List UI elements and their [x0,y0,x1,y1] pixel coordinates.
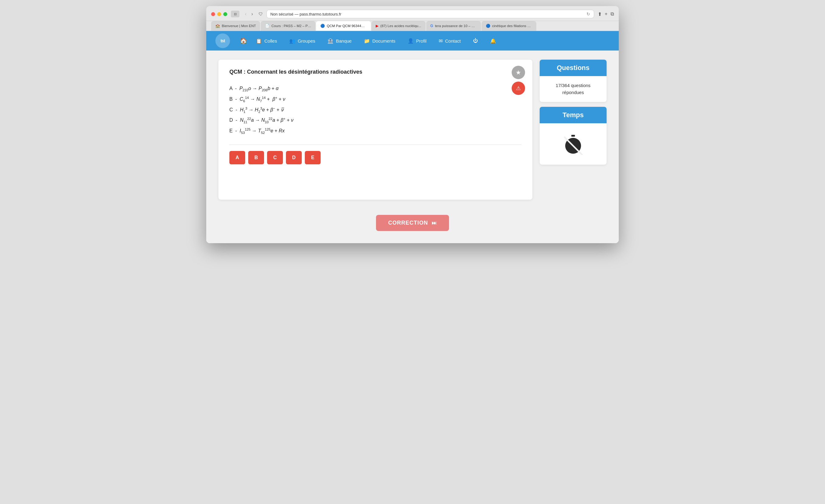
nav-colles[interactable]: 📋 Colles [251,35,282,46]
groupes-icon: 👥 [289,38,295,44]
shield-icon: 🛡 [258,12,263,16]
tab-bienvenue[interactable]: 🏫 Bienvenue | Mon ENT [211,21,260,31]
app-content: tst 🏠 📋 Colles 👥 Groupes 🏦 Banque 📁 [206,31,619,243]
favorite-button[interactable]: ★ [512,66,525,79]
correction-label: CORRECTION [388,220,428,226]
nav-buttons: ‹ › [243,11,255,17]
clock-svg [564,134,583,155]
divider [229,145,521,145]
nav-banque[interactable]: 🏦 Banque [322,35,357,46]
tab-favicon-1: 📄 [265,24,270,28]
logo: tst [215,33,230,48]
correction-icon: ⏭ [432,220,437,226]
close-button[interactable] [211,12,215,16]
equation-d: D - N1122a → N1022a + β+ + ν [229,115,521,125]
tab-favicon-3: ▶ [376,24,378,28]
equation-a: A - P210o → P206b + α [229,84,521,94]
timer-icon-container [564,134,583,154]
tab-acides[interactable]: ▶ (87) Les acides nucléiqu... [371,21,425,31]
tab-label-5: cinétique des filiations ra... [492,24,532,28]
questions-count: 17/364 questions répondues [540,76,607,102]
tab-favicon-2: 🔵 [320,24,325,28]
documents-icon: 📁 [364,38,370,44]
nav-contact[interactable]: ✉ Contact [434,35,466,46]
home-button[interactable]: 🏠 [236,35,251,47]
nav-groupes[interactable]: 👥 Groupes [284,35,320,46]
correction-button[interactable]: CORRECTION ⏭ [376,215,449,231]
equation-e: E - I53125 → T52125e + Rx [229,126,521,136]
tab-tera[interactable]: G tera puissance de 10 – R... [426,21,481,31]
right-sidebar: Questions 17/364 questions répondues Tem… [540,60,607,200]
question-icons: ★ ⚠ [512,66,525,95]
address-text: Non sécurisé — pass.tharmo.tutotours.fr [271,12,341,16]
colles-icon: 📋 [256,38,262,44]
nav-profil-label: Profil [416,39,427,44]
copy-icon[interactable]: ⧉ [610,11,614,17]
nav-documents[interactable]: 📁 Documents [359,35,400,46]
question-title: QCM : Concernant les désintégrations rad… [229,69,521,75]
forward-button[interactable]: › [249,11,254,17]
temps-header: Temps [540,107,607,123]
logo-text: tst [221,39,225,43]
tab-favicon-5: 🔵 [486,24,491,28]
traffic-lights [211,12,227,16]
nav-bell[interactable]: 🔔 [485,35,501,46]
tabs-bar: 🏫 Bienvenue | Mon ENT 📄 Cours : PASS – M… [206,21,619,31]
title-bar: ⊟ ‹ › 🛡 Non sécurisé — pass.tharmo.tutot… [206,6,619,21]
nav-profil[interactable]: 👤 Profil [403,35,431,46]
correction-area: CORRECTION ⏭ [206,209,619,243]
contact-icon: ✉ [439,38,443,44]
svg-rect-0 [571,135,575,137]
nav-banque-label: Banque [336,39,352,44]
maximize-button[interactable] [223,12,227,16]
sidebar-toggle-button[interactable]: ⊟ [231,11,239,17]
answer-d-button[interactable]: D [286,151,302,164]
timer-body [540,123,607,165]
logout-icon: ⏻ [473,38,478,44]
answer-b-button[interactable]: B [248,151,264,164]
tab-label-0: Bienvenue | Mon ENT [222,24,256,28]
nav-logout[interactable]: ⏻ [468,35,483,46]
answer-c-button[interactable]: C [267,151,283,164]
tab-favicon-0: 🏫 [215,24,220,28]
questions-card: Questions 17/364 questions répondues [540,60,607,102]
timer-icon [544,129,602,158]
browser-actions: ⬆ + ⧉ [598,11,614,17]
nav-links: 📋 Colles 👥 Groupes 🏦 Banque 📁 Documents … [251,35,610,46]
new-tab-icon[interactable]: + [605,11,607,17]
tab-qcm[interactable]: 🔵 QCM Par QCM 963447 |... [316,21,371,31]
address-bar[interactable]: Non sécurisé — pass.tharmo.tutotours.fr … [267,10,594,18]
nav-documents-label: Documents [372,39,395,44]
minimize-button[interactable] [217,12,221,16]
tab-favicon-4: G [431,24,433,28]
nav-colles-label: Colles [265,39,277,44]
navbar: tst 🏠 📋 Colles 👥 Groupes 🏦 Banque 📁 [206,31,619,51]
bell-icon: 🔔 [490,38,496,44]
share-icon[interactable]: ⬆ [598,11,602,17]
question-card: QCM : Concernant les désintégrations rad… [218,60,532,200]
page-body: QCM : Concernant les désintégrations rad… [206,51,619,209]
answer-a-button[interactable]: A [229,151,245,164]
banque-icon: 🏦 [327,38,333,44]
tab-label-2: QCM Par QCM 963447 |... [327,24,367,28]
browser-window: ⊟ ‹ › 🛡 Non sécurisé — pass.tharmo.tutot… [206,6,619,243]
tab-label-3: (87) Les acides nucléiqu... [380,24,421,28]
reload-icon[interactable]: ↻ [587,12,590,16]
temps-card: Temps [540,107,607,165]
nav-contact-label: Contact [445,39,461,44]
report-button[interactable]: ⚠ [512,82,525,95]
tab-cinetique[interactable]: 🔵 cinétique des filiations ra... [481,21,536,31]
back-button[interactable]: ‹ [243,11,248,17]
equations: A - P210o → P206b + α B - C614 → N714 + … [229,84,521,136]
answer-e-button[interactable]: E [305,151,321,164]
equation-b: B - C614 → N714 + β+ + ν [229,94,521,104]
tab-label-4: tera puissance de 10 – R... [435,24,477,28]
equation-c: C - H13 → H23e + β− + ν̅ [229,105,521,115]
answer-buttons: A B C D E [229,151,521,164]
questions-header: Questions [540,60,607,76]
tab-label-1: Cours : PASS – M2 – Phys... [271,24,311,28]
profil-icon: 👤 [407,38,414,44]
nav-groupes-label: Groupes [298,39,315,44]
tab-cours[interactable]: 📄 Cours : PASS – M2 – Phys... [261,21,315,31]
